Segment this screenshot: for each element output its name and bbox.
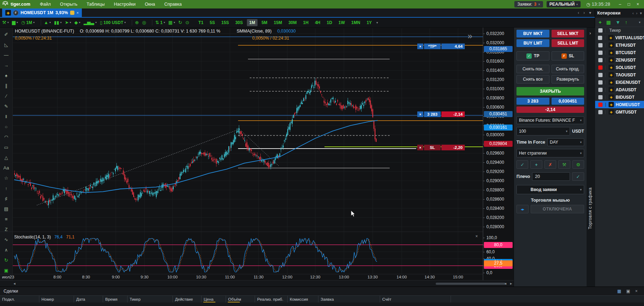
timeframe-1y[interactable]: 1Y bbox=[364, 19, 374, 26]
chevron-down-icon[interactable]: ▾ bbox=[70, 21, 71, 24]
quote-row-virtualusdt[interactable]: ◈VIRTUALUSDT bbox=[595, 34, 644, 41]
chevron-down-icon[interactable]: ▾ bbox=[124, 21, 126, 24]
strategy-dropdown[interactable]: Нет стратегии ▾ bbox=[516, 149, 584, 157]
close-icon[interactable]: × bbox=[635, 289, 638, 294]
chevron-down-icon[interactable]: ▾ bbox=[79, 21, 80, 24]
quote-flag-icon[interactable] bbox=[598, 88, 603, 92]
filter-icon[interactable]: ▼ bbox=[615, 19, 620, 25]
timeframe-5s[interactable]: 5S bbox=[207, 19, 218, 26]
quote-flag-icon[interactable] bbox=[598, 51, 603, 55]
quote-row-gmtusdt[interactable]: ◈GMTUSDT bbox=[595, 108, 644, 116]
quote-flag-icon[interactable] bbox=[598, 43, 603, 47]
tab-close-icon[interactable]: × bbox=[77, 11, 79, 15]
order-entry-dropdown[interactable]: Ввод заявки ▾ bbox=[516, 185, 584, 194]
account-dropdown[interactable]: Binance Futures: BINANCE F ▾ bbox=[516, 116, 584, 124]
column-header-8[interactable]: Реализ. приб. bbox=[255, 296, 288, 302]
timeframe-1mn[interactable]: 1MN bbox=[349, 19, 363, 26]
column-header-10[interactable]: Заявка bbox=[318, 296, 380, 302]
clock-icon[interactable]: ◷ bbox=[586, 2, 590, 7]
interval-clock-group[interactable]: ◷1M▾ bbox=[21, 20, 35, 25]
chevron-down-icon[interactable]: ▾ bbox=[60, 21, 62, 24]
chart-style-group[interactable]: ▲▾ bbox=[44, 20, 51, 25]
column-header-6[interactable]: Цена bbox=[202, 296, 226, 302]
search-zoom-icon[interactable]: ◎ bbox=[142, 20, 146, 25]
order-size-icon[interactable]: ▯ bbox=[100, 20, 102, 25]
order-size-group[interactable]: ▯100 USDT▾ bbox=[100, 20, 126, 25]
quote-row-solusdt[interactable]: ◈SOLUSDT bbox=[595, 64, 644, 71]
tab-homeusdt[interactable]: ◈ F HOMEUSDT 1M 3,93% × bbox=[2, 8, 82, 17]
timeframe-30m[interactable]: 30M bbox=[286, 19, 299, 26]
close-order-icon[interactable]: × bbox=[417, 145, 423, 150]
wrench-settings-icon[interactable]: ⚒ bbox=[558, 160, 570, 169]
tif-dropdown[interactable]: DAY ▾ bbox=[547, 138, 584, 146]
quote-row-btcusdt[interactable]: ◈BTCUSDT bbox=[595, 49, 644, 56]
indicator-group[interactable]: ▂▅▃▾ bbox=[84, 20, 97, 25]
leverage-apply-button[interactable]: ✓ bbox=[572, 172, 584, 181]
stochastic-close-icon[interactable]: × bbox=[475, 234, 478, 239]
interval-clock-icon[interactable]: ◷ bbox=[21, 20, 25, 25]
quote-row-zenusdt[interactable]: ◈ZENUSDT bbox=[595, 56, 644, 64]
minimize-button[interactable]: – bbox=[619, 2, 621, 7]
add-icon[interactable]: + bbox=[530, 160, 542, 169]
quote-row-eigenusdt[interactable]: ◈EIGENUSDT bbox=[595, 79, 644, 86]
refresh-group[interactable]: ↻ bbox=[178, 20, 182, 25]
quote-row-taousdt[interactable]: ◈TAOUSDT bbox=[595, 71, 644, 79]
chevron-down-icon[interactable]: ▾ bbox=[640, 11, 642, 16]
mouse-trading-toggle[interactable]: ◂▸ bbox=[516, 205, 529, 213]
quote-row-homeusdt[interactable]: ◈HOMEUSDT bbox=[595, 101, 644, 108]
quote-flag-icon[interactable] bbox=[598, 58, 603, 62]
confirm-check-icon[interactable]: ✓ bbox=[516, 160, 528, 169]
column-header-2[interactable]: Дата bbox=[74, 296, 103, 302]
chevron-down-icon[interactable]: ▾ bbox=[164, 21, 165, 24]
folder-icon[interactable]: ▆ bbox=[12, 20, 16, 25]
chart-scrollbar[interactable]: ◂ ◂ ▸ bbox=[0, 280, 514, 287]
timeframe-1d[interactable]: 1D bbox=[324, 19, 334, 26]
timeframe-15m[interactable]: 15M bbox=[271, 19, 284, 26]
timeframe-30s[interactable]: 30S bbox=[233, 19, 245, 26]
timeframe-1m[interactable]: 1M bbox=[247, 19, 258, 26]
cancel-buy-orders-button[interactable]: Снять пок. bbox=[516, 65, 549, 73]
tab-nav-arrows[interactable]: ‹›▾ bbox=[578, 10, 591, 15]
chevron-right-icon[interactable]: › bbox=[583, 10, 585, 15]
menu-item-4[interactable]: Окна bbox=[140, 2, 160, 7]
scale-group[interactable]: ⇅1▾ bbox=[155, 20, 165, 25]
cancel-all-orders-button[interactable]: Снять все bbox=[516, 75, 549, 83]
cursor-icon[interactable]: ➤ bbox=[65, 20, 69, 25]
quote-flag-icon[interactable] bbox=[598, 65, 603, 70]
chevron-down-icon[interactable]: ▾ bbox=[17, 21, 18, 24]
column-header-0[interactable]: Подкл. bbox=[0, 296, 39, 302]
timeframe-1h[interactable]: 1H bbox=[301, 19, 311, 26]
chevron-left-icon[interactable]: ‹ bbox=[632, 11, 634, 16]
bars-style-icon[interactable]: ▮▮ bbox=[54, 20, 59, 25]
menu-item-1[interactable]: Открыть bbox=[55, 2, 82, 7]
chevron-right-icon[interactable]: › bbox=[636, 11, 638, 16]
tp-button[interactable]: ✓ TP bbox=[516, 51, 549, 60]
chevron-down-icon[interactable]: ▾ bbox=[174, 21, 175, 24]
chevron-down-icon[interactable]: ▾ bbox=[589, 10, 591, 15]
refresh-icon[interactable]: ↻ bbox=[178, 20, 182, 25]
close-position-button[interactable]: ЗАКРЫТЬ bbox=[516, 87, 584, 96]
column-header-4[interactable]: Тикер bbox=[128, 296, 173, 302]
eraser-group[interactable]: ◆▾ bbox=[74, 20, 80, 25]
cursor-group[interactable]: ➤▾ bbox=[65, 20, 71, 25]
timeframe-1w[interactable]: 1W bbox=[336, 19, 348, 26]
timer-icon[interactable]: ⊙ bbox=[185, 20, 189, 25]
menu-item-2[interactable]: Таблицы bbox=[82, 2, 109, 7]
mouse-trading-state-button[interactable]: ОТКЛЮЧЕНА bbox=[531, 205, 584, 213]
menu-item-0[interactable]: Файл bbox=[35, 2, 56, 7]
gear-icon[interactable]: ⚙ bbox=[572, 160, 584, 169]
price-chart[interactable]: июл238:008:309:009:3010:0010:3011:0011:3… bbox=[0, 28, 483, 280]
quote-flag-icon[interactable] bbox=[598, 110, 603, 114]
buy-lmt-button[interactable]: BUY LMT bbox=[516, 39, 549, 47]
account-mode-dropdown[interactable]: РЕАЛЬНЫЙ ▾ bbox=[547, 1, 581, 7]
quote-flag-icon[interactable] bbox=[598, 103, 603, 107]
chevron-down-icon[interactable]: ▾ bbox=[7, 21, 9, 24]
orders-close-icon[interactable]: × bbox=[538, 2, 540, 6]
wrench-icon[interactable]: ⚒ bbox=[2, 20, 6, 25]
grid-icon[interactable]: ▦ bbox=[617, 289, 621, 294]
chevron-down-icon[interactable]: ▾ bbox=[95, 21, 97, 24]
maximize-button[interactable]: □ bbox=[628, 2, 630, 7]
timeframe-t1[interactable]: T1 bbox=[196, 19, 206, 26]
column-header-7[interactable]: Объём bbox=[226, 296, 255, 302]
add-ticker-icon[interactable]: + bbox=[599, 19, 601, 25]
